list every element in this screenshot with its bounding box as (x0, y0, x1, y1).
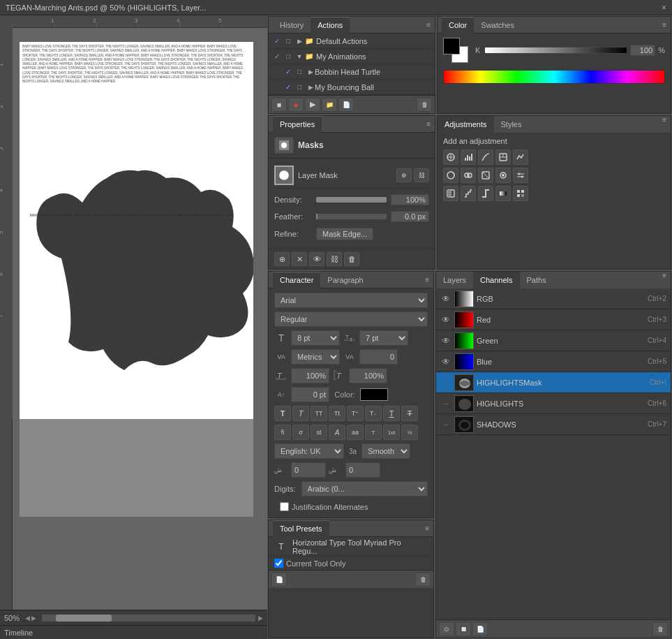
italic-btn[interactable]: T (292, 406, 309, 421)
layer-row[interactable]: 👁 Red Ctrl+3 (436, 309, 671, 330)
density-input[interactable] (391, 194, 429, 205)
small-caps-btn[interactable]: Tt (329, 406, 345, 421)
tab-character[interactable]: Character (273, 272, 320, 288)
mask-apply-icon[interactable]: ✕ (292, 252, 307, 266)
tab-adjustments[interactable]: Adjustments (438, 116, 494, 133)
kerning-select[interactable]: Metrics (291, 349, 340, 365)
list-item[interactable]: ✓ □ ▶ My Bouncing Ball (269, 80, 435, 95)
layer-row[interactable]: – HIGHLIGHTSMask (436, 372, 671, 393)
vibrance-btn[interactable] (513, 149, 528, 165)
layer-row[interactable]: 👁 RGB Ctrl+2 (436, 288, 671, 309)
tab-properties[interactable]: Properties (273, 116, 322, 133)
layer-row[interactable]: 👁 Blue Ctrl+5 (436, 351, 671, 372)
list-item[interactable]: ✓ □ ▼ 📁 My Animations (269, 49, 435, 64)
new-action-button[interactable]: 📄 (338, 98, 354, 112)
visibility-toggle[interactable]: 👁 (440, 294, 451, 304)
levels-btn[interactable] (461, 149, 476, 165)
posterize-btn[interactable] (461, 186, 476, 201)
layer-mask-thumb[interactable] (274, 166, 294, 185)
delete-channel-button[interactable]: 🗑 (652, 622, 668, 636)
exposure-btn[interactable] (495, 149, 511, 165)
list-item[interactable]: ✓ □ ▶ 📁 Default Actions (269, 34, 435, 49)
discretionary-ligature-btn[interactable]: A (329, 425, 345, 440)
layer-row[interactable]: – SHADOWS (436, 414, 671, 435)
bw-btn[interactable] (478, 168, 493, 183)
layer-row[interactable]: – HIGHLIGHTS Ctrl+6 (436, 393, 671, 414)
fg-color-box[interactable] (443, 38, 460, 54)
k-value-input[interactable] (630, 45, 655, 56)
canvas-content[interactable]: BABY MAKES LOVE STRONGER, THE DAYS SHORT… (13, 28, 267, 610)
mask-delete-icon[interactable]: 🗑 (344, 252, 359, 266)
current-tool-checkbox[interactable] (274, 559, 283, 568)
language-select[interactable]: English: UK (274, 443, 344, 459)
mask-eyeball-icon[interactable]: 👁 (309, 252, 324, 266)
tracking-input[interactable] (359, 349, 398, 365)
tab-paths[interactable]: Paths (520, 272, 553, 288)
tab-layers[interactable]: Layers (436, 272, 473, 288)
baseline-input[interactable] (291, 387, 329, 402)
layer-row[interactable]: 👁 Green Ctrl+4 (436, 330, 671, 351)
list-item[interactable]: ✓ □ ▶ Bobbin Head Turtle (269, 64, 435, 80)
mask-options-btn[interactable]: ⊕ (396, 168, 412, 182)
visibility-toggle[interactable]: – (440, 420, 451, 429)
character-panel-header[interactable]: Character Paragraph ≡ (269, 272, 433, 288)
bold-btn[interactable]: T (274, 406, 291, 421)
ligature-btn[interactable]: fi (274, 425, 291, 440)
density-slider[interactable] (316, 197, 387, 203)
photo-filter-btn[interactable] (495, 168, 511, 183)
stylistic-alternates-btn[interactable]: st (311, 425, 327, 440)
digit-left-input[interactable] (291, 462, 326, 478)
mask-options-icon[interactable]: ⊕ (274, 252, 290, 266)
color-panel-header[interactable]: Color Swatches ≡ (438, 17, 671, 34)
tab-styles[interactable]: Styles (494, 116, 529, 133)
tab-channels[interactable]: Channels (473, 272, 519, 288)
digit-right-input[interactable] (345, 462, 380, 478)
tab-tool-presets[interactable]: Tool Presets (273, 520, 329, 537)
strikethrough-btn[interactable]: T (401, 406, 418, 421)
mask-edge-button[interactable]: Mask Edge... (316, 228, 373, 240)
visibility-toggle[interactable]: 👁 (440, 357, 451, 367)
actions-panel-header[interactable]: History Actions ≡ (269, 17, 435, 34)
feather-slider[interactable] (316, 214, 387, 219)
load-channel-button[interactable]: ⊙ (439, 622, 454, 636)
hsl-btn[interactable] (443, 168, 458, 183)
record-button[interactable]: ● (288, 98, 304, 112)
scale-v-input[interactable] (349, 368, 387, 383)
subscript-btn2[interactable]: T (365, 425, 382, 440)
color-balance-btn[interactable] (461, 168, 476, 183)
adj-collapse-btn[interactable]: ≡ (658, 116, 671, 133)
font-style-select[interactable]: Regular (274, 311, 428, 327)
digits-select[interactable]: Arabic (0... (301, 481, 428, 497)
list-item[interactable]: T Horizontal Type Tool Myriad Pro Regu..… (269, 537, 433, 557)
font-size-select[interactable]: 8 pt (291, 330, 340, 346)
tab-color[interactable]: Color (442, 17, 474, 34)
new-set-button[interactable]: 📁 (322, 98, 337, 112)
delete-preset-button[interactable]: 🗑 (415, 573, 431, 587)
brightness-contrast-btn[interactable] (443, 149, 458, 165)
tab-history[interactable]: History (273, 17, 311, 34)
channel-mixer-btn[interactable] (513, 168, 528, 183)
fg-bg-swatches[interactable] (443, 38, 468, 63)
save-selection-button[interactable]: 🔲 (456, 622, 471, 636)
threshold-btn[interactable] (478, 186, 493, 201)
contextual-alternates-btn[interactable]: aa (347, 425, 364, 440)
subscript-btn[interactable]: T₋ (365, 406, 382, 421)
visibility-toggle[interactable]: 👁 (440, 315, 451, 325)
stop-button[interactable]: ■ (271, 98, 287, 112)
visibility-toggle[interactable]: – (440, 399, 451, 409)
leading-select[interactable]: 7 pt (359, 330, 408, 346)
tab-paragraph[interactable]: Paragraph (320, 272, 370, 288)
underline-btn[interactable]: T (383, 406, 400, 421)
visibility-toggle[interactable]: 👁 (440, 336, 451, 346)
superscript-btn2[interactable]: 1st (383, 425, 400, 440)
layers-collapse-btn[interactable]: ≡ (658, 272, 671, 288)
delete-action-button[interactable]: 🗑 (417, 98, 432, 112)
tab-actions[interactable]: Actions (311, 17, 350, 34)
font-family-select[interactable]: Arial (274, 293, 428, 308)
visibility-toggle[interactable]: – (440, 378, 451, 388)
color-collapse-btn[interactable]: ≡ (662, 21, 666, 29)
new-preset-button[interactable]: 📄 (271, 573, 287, 587)
text-color-swatch[interactable] (360, 388, 388, 401)
mask-unlink-icon[interactable]: ⛓ (327, 252, 342, 266)
tool-presets-header[interactable]: Tool Presets ≡ (269, 520, 433, 537)
